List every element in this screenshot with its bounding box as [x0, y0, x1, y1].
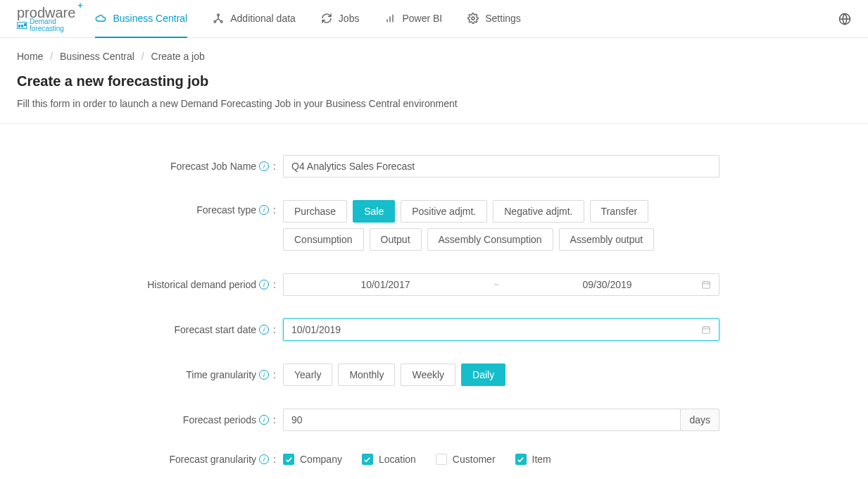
info-icon[interactable]: i [259, 370, 269, 380]
info-icon[interactable]: i [259, 454, 269, 464]
nav-label: Additional data [230, 13, 296, 24]
breadcrumb-home[interactable]: Home [17, 51, 43, 62]
check-label: Location [379, 454, 416, 465]
historical-range-input[interactable]: 10/01/2017 ~ 09/30/2019 [283, 273, 719, 296]
info-icon[interactable]: i [259, 205, 269, 215]
nav-business-central[interactable]: Business Central [95, 0, 187, 38]
svg-point-2 [221, 20, 223, 23]
type-assembly-output[interactable]: Assembly output [559, 228, 655, 251]
breadcrumb: Home / Business Central / Create a job [0, 38, 868, 68]
hist-start: 10/01/2017 [291, 279, 479, 290]
nav-label: Power BI [402, 13, 442, 24]
checkbox-icon [515, 454, 527, 465]
calendar-icon [701, 280, 711, 290]
type-consumption[interactable]: Consumption [283, 228, 364, 251]
type-sale[interactable]: Sale [353, 200, 395, 223]
label-forecast-granularity: Forecast granularity [169, 454, 256, 465]
check-label: Item [532, 454, 551, 465]
type-purchase[interactable]: Purchase [283, 200, 347, 223]
type-transfer[interactable]: Transfer [590, 200, 649, 223]
label-job-name: Forecast Job Name [170, 161, 256, 172]
svg-point-0 [218, 14, 220, 16]
job-name-input[interactable] [283, 155, 719, 178]
network-icon [213, 13, 224, 24]
svg-rect-9 [703, 282, 710, 288]
periods-input[interactable] [283, 409, 680, 431]
nav-label: Business Central [113, 13, 187, 24]
gran-daily[interactable]: Daily [461, 363, 505, 386]
sync-icon [321, 13, 332, 24]
nav-settings[interactable]: Settings [467, 0, 521, 38]
label-forecast-start: Forecast start date [174, 324, 256, 335]
checkbox-icon [362, 454, 373, 465]
bar-chart-icon [384, 13, 396, 24]
type-negative-adj[interactable]: Negative adjmt. [493, 200, 584, 223]
calendar-icon [701, 325, 711, 335]
hist-end: 09/30/2019 [513, 279, 701, 290]
nav-jobs[interactable]: Jobs [321, 0, 360, 38]
nav-additional-data[interactable]: Additional data [213, 0, 296, 38]
breadcrumb-bc[interactable]: Business Central [60, 51, 134, 62]
gear-icon [467, 13, 479, 24]
type-output[interactable]: Output [370, 228, 422, 251]
info-icon[interactable]: i [259, 325, 269, 335]
gran-weekly[interactable]: Weekly [401, 363, 455, 386]
svg-point-6 [472, 17, 474, 20]
forecast-start-input[interactable]: 10/01/2019 [283, 318, 719, 341]
breadcrumb-current: Create a job [151, 51, 205, 62]
check-customer[interactable]: Customer [436, 454, 496, 465]
header: prodware+ Demand forecasting Business Ce… [0, 0, 868, 38]
logo-brand: prodware+ [17, 6, 75, 20]
label-forecast-type: Forecast type [196, 204, 256, 216]
label-time-granularity: Time granularity [186, 369, 256, 380]
page-title: Create a new forecasting job [0, 68, 868, 92]
check-company[interactable]: Company [283, 454, 342, 465]
check-label: Company [300, 454, 342, 465]
gran-yearly[interactable]: Yearly [283, 363, 332, 386]
breadcrumb-sep: / [141, 51, 144, 62]
label-historical: Historical demand period [147, 279, 256, 290]
label-periods: Forecast periods [183, 414, 256, 425]
globe-icon[interactable] [838, 13, 851, 25]
nav-label: Settings [485, 13, 521, 24]
forecast-start-value: 10/01/2019 [291, 324, 701, 335]
info-icon[interactable]: i [259, 161, 269, 171]
gran-monthly[interactable]: Monthly [338, 363, 395, 386]
range-sep: ~ [493, 279, 499, 290]
top-nav: Business Central Additional data Jobs Po… [95, 0, 838, 38]
form: Forecast Job Name i : Forecast type i : … [0, 124, 868, 479]
type-assembly-consumption[interactable]: Assembly Consumption [427, 228, 553, 251]
check-location[interactable]: Location [362, 454, 416, 465]
check-label: Customer [453, 454, 496, 465]
info-icon[interactable]: i [259, 415, 269, 425]
check-item[interactable]: Item [515, 454, 551, 465]
page-subtitle: Fill this form in order to launch a new … [0, 92, 868, 124]
logo-sub2: forecasting [30, 25, 64, 32]
cloud-icon [95, 13, 106, 24]
type-positive-adj[interactable]: Positive adjmt. [401, 200, 487, 223]
checkbox-icon [283, 454, 294, 465]
info-icon[interactable]: i [259, 280, 269, 290]
breadcrumb-sep: / [50, 51, 53, 62]
nav-power-bi[interactable]: Power BI [384, 0, 442, 38]
svg-rect-13 [703, 327, 710, 333]
periods-suffix: days [680, 409, 719, 431]
logo[interactable]: prodware+ Demand forecasting [17, 6, 75, 32]
nav-label: Jobs [339, 13, 360, 24]
checkbox-icon [436, 454, 447, 465]
logo-chart-icon [17, 22, 27, 29]
svg-point-1 [214, 20, 216, 23]
